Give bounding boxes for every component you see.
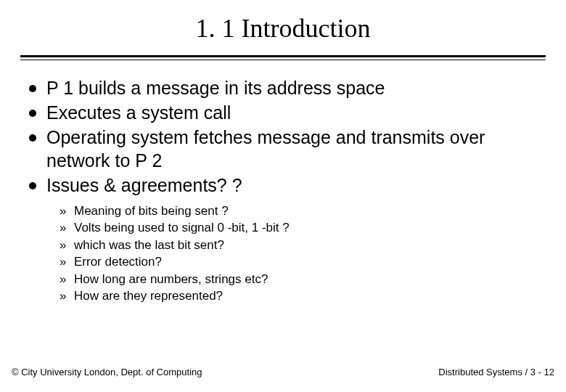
bullet-text: P 1 builds a message in its address spac…: [46, 78, 385, 98]
list-item: Issues & agreements? ?: [29, 173, 547, 197]
bullet-text: Operating system fetches message and tra…: [46, 127, 485, 171]
list-item: P 1 builds a message in its address spac…: [29, 76, 547, 99]
bullet-list: P 1 builds a message in its address spac…: [19, 76, 547, 197]
list-item: Error detection?: [60, 253, 547, 270]
sub-bullet-text: How long are numbers, strings etc?: [74, 272, 268, 286]
list-item: Meaning of bits being sent ?: [60, 203, 547, 219]
sub-bullet-text: which was the last bit sent?: [74, 238, 224, 252]
footer-page-ref: Distributed Systems / 3 - 12: [438, 367, 554, 377]
bullet-text: Issues & agreements? ?: [46, 175, 242, 195]
slide-footer: © City University London, Dept. of Compu…: [12, 367, 554, 377]
footer-copyright: © City University London, Dept. of Compu…: [12, 367, 202, 377]
sub-bullet-text: How are they represented?: [74, 289, 223, 303]
list-item: Operating system fetches message and tra…: [29, 126, 547, 172]
slide-title: 1. 1 Introduction: [19, 13, 547, 44]
list-item: How long are numbers, strings etc?: [60, 271, 547, 287]
slide: 1. 1 Introduction P 1 builds a message i…: [0, 0, 566, 392]
list-item: Volts being used to signal 0 -bit, 1 -bi…: [60, 219, 547, 236]
sub-bullet-text: Error detection?: [74, 255, 162, 269]
list-item: which was the last bit sent?: [60, 237, 547, 253]
list-item: How are they represented?: [60, 287, 547, 304]
title-divider: [20, 55, 546, 60]
list-item: Executes a system call: [29, 101, 547, 124]
sub-bullet-text: Meaning of bits being sent ?: [74, 204, 229, 218]
bullet-text: Executes a system call: [46, 102, 231, 123]
sub-bullet-list: Meaning of bits being sent ? Volts being…: [19, 203, 547, 305]
sub-bullet-text: Volts being used to signal 0 -bit, 1 -bi…: [74, 221, 290, 234]
